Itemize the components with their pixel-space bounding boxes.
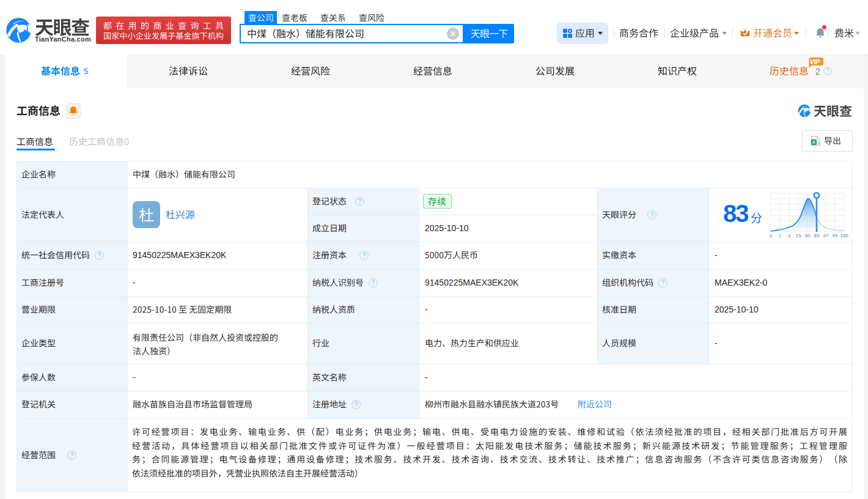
- svg-text:VIP: VIP: [809, 58, 820, 65]
